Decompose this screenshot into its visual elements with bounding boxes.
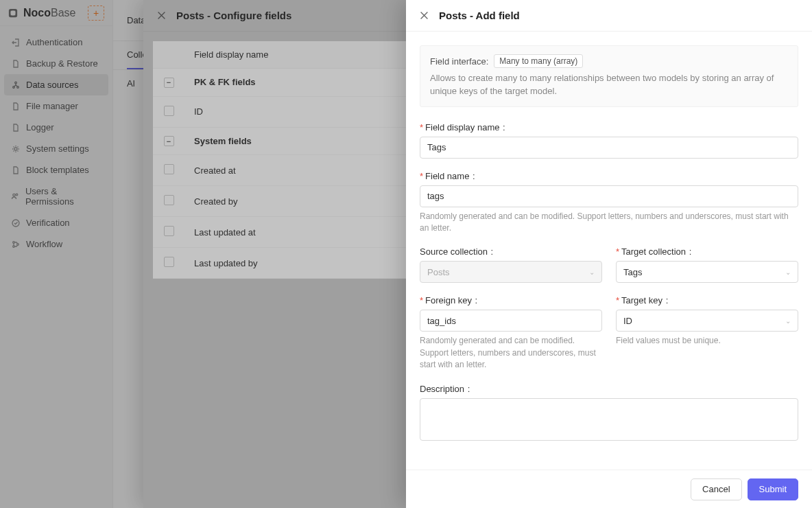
select-value: Posts bbox=[427, 267, 450, 277]
display-name-input[interactable] bbox=[420, 137, 798, 159]
field-interface-info: Field interface: Many to many (array) Al… bbox=[420, 45, 798, 107]
source-collection-select: Posts ⌄ bbox=[420, 261, 602, 283]
info-description: Allows to create many to many relationsh… bbox=[430, 72, 788, 98]
foreign-key-label: *Foreign key : bbox=[420, 295, 602, 305]
target-key-label: *Target key : bbox=[616, 295, 798, 305]
field-name-hint: Randomly generated and can be modified. … bbox=[420, 211, 798, 235]
description-textarea[interactable] bbox=[420, 398, 798, 441]
target-key-hint: Field values must be unique. bbox=[616, 335, 798, 347]
target-collection-label: *Target collection : bbox=[616, 246, 798, 257]
field-name-input[interactable] bbox=[420, 185, 798, 207]
add-field-drawer: Posts - Add field Field interface: Many … bbox=[406, 0, 812, 508]
drawer2-body: Field interface: Many to many (array) Al… bbox=[406, 32, 812, 470]
foreign-key-group: *Foreign key : Randomly generated and ca… bbox=[420, 295, 602, 371]
source-collection-group: Source collection : Posts ⌄ bbox=[420, 246, 602, 283]
source-collection-label: Source collection : bbox=[420, 246, 602, 257]
select-value: ID bbox=[623, 316, 632, 326]
info-label: Field interface: bbox=[430, 56, 488, 67]
field-name-group: *Field name : Randomly generated and can… bbox=[420, 171, 798, 235]
drawer2-header: Posts - Add field bbox=[406, 0, 812, 32]
target-collection-select[interactable]: Tags ⌄ bbox=[616, 261, 798, 283]
select-value: Tags bbox=[623, 267, 642, 277]
chevron-down-icon: ⌄ bbox=[785, 317, 791, 325]
foreign-key-input[interactable] bbox=[420, 310, 602, 332]
chevron-down-icon: ⌄ bbox=[589, 268, 595, 276]
target-collection-group: *Target collection : Tags ⌄ bbox=[616, 246, 798, 283]
target-key-select[interactable]: ID ⌄ bbox=[616, 310, 798, 332]
target-key-group: *Target key : ID ⌄ Field values must be … bbox=[616, 295, 798, 371]
foreign-key-hint: Randomly generated and can be modified. … bbox=[420, 335, 602, 371]
submit-button[interactable]: Submit bbox=[748, 478, 798, 500]
info-value-pill: Many to many (array) bbox=[494, 54, 583, 68]
field-name-label: *Field name : bbox=[420, 171, 798, 181]
drawer2-footer: Cancel Submit bbox=[406, 470, 812, 508]
drawer2-title: Posts - Add field bbox=[439, 10, 520, 21]
chevron-down-icon: ⌄ bbox=[785, 268, 791, 276]
description-group: Description : bbox=[420, 384, 798, 443]
display-name-label: *Field display name : bbox=[420, 122, 798, 132]
close-icon[interactable] bbox=[418, 10, 429, 21]
field-display-name-group: *Field display name : bbox=[420, 122, 798, 159]
cancel-button[interactable]: Cancel bbox=[691, 478, 741, 500]
description-label: Description : bbox=[420, 384, 798, 394]
